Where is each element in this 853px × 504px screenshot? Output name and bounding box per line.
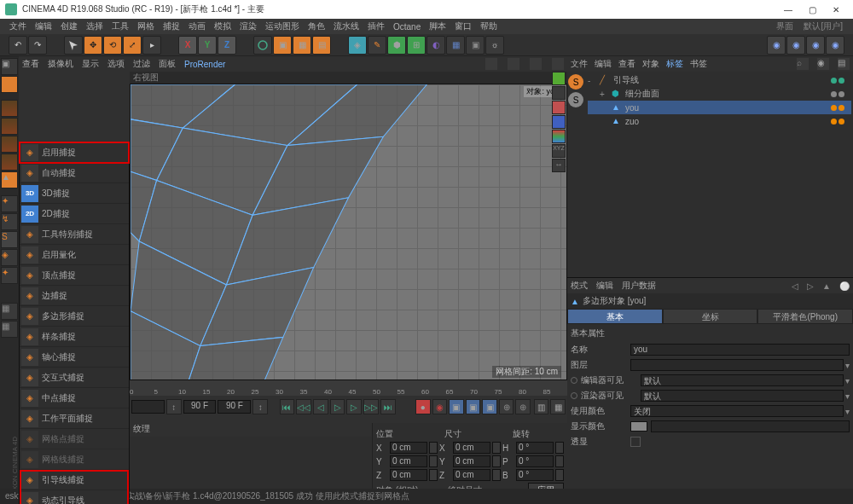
coord-pos-input[interactable]: 0 cm bbox=[390, 455, 427, 467]
menu-插件[interactable]: 插件 bbox=[363, 20, 389, 32]
attr-value-input[interactable] bbox=[630, 359, 844, 371]
attr-back-icon[interactable]: ◁ bbox=[792, 281, 798, 291]
environment-button[interactable]: ▦ bbox=[446, 36, 465, 55]
octane-btn4[interactable]: ◉ bbox=[826, 36, 844, 55]
attr-value-input[interactable]: 关闭 bbox=[630, 405, 844, 417]
attr-subtab[interactable]: 平滑着色(Phong) bbox=[757, 309, 853, 324]
attr-lock-icon[interactable]: ⚪ bbox=[839, 281, 850, 291]
autokey-button[interactable]: ◉ bbox=[432, 399, 448, 414]
tree-row[interactable]: -╱引导线 bbox=[588, 73, 851, 87]
menu-模拟[interactable]: 模拟 bbox=[210, 20, 235, 32]
prev-key-button[interactable]: ◁◁ bbox=[296, 399, 311, 414]
redo-button[interactable]: ↷ bbox=[28, 36, 47, 55]
enable-axis-button[interactable]: ✦ bbox=[1, 195, 18, 212]
y-axis-lock[interactable]: Y bbox=[198, 36, 217, 55]
tree-row[interactable]: ▲you bbox=[588, 101, 851, 114]
tree-vis-dots[interactable] bbox=[831, 119, 844, 125]
snap-workplane[interactable]: ◈工作平面捕捉 bbox=[20, 408, 129, 429]
snap-midpoint[interactable]: ◈中点捕捉 bbox=[20, 388, 129, 408]
make-editable-button[interactable]: ▣ bbox=[1, 58, 18, 75]
move-tool[interactable]: ✥ bbox=[84, 36, 102, 55]
generator-button[interactable]: ⬢ bbox=[387, 36, 406, 55]
snap-magnet[interactable]: ◈启用捕捉 bbox=[20, 142, 129, 163]
attr-subtab[interactable]: 坐标 bbox=[663, 309, 758, 324]
x-axis-lock[interactable]: X bbox=[178, 36, 197, 55]
uv-mode-button[interactable]: ▦ bbox=[1, 321, 18, 338]
snap-quantize[interactable]: ◈启用量化 bbox=[20, 245, 129, 265]
menu-帮助[interactable]: 帮助 bbox=[476, 20, 502, 32]
vp-panel-icon[interactable] bbox=[485, 58, 497, 70]
menu-文件[interactable]: 文件 bbox=[5, 20, 31, 32]
attr-tab[interactable]: 用户数据 bbox=[622, 280, 656, 292]
object-mode-button[interactable] bbox=[1, 100, 18, 117]
coord-spin[interactable] bbox=[555, 442, 564, 454]
tree-row[interactable]: ▲zuo bbox=[588, 114, 851, 128]
z-axis-lock[interactable]: Z bbox=[218, 36, 236, 55]
attr-up-icon[interactable]: ▲ bbox=[822, 281, 831, 291]
planar-workplane-button[interactable]: ✦ bbox=[1, 267, 18, 284]
key-rot-button[interactable]: ▣ bbox=[482, 399, 497, 414]
attr-fwd-icon[interactable]: ▷ bbox=[807, 281, 814, 291]
material-tab[interactable]: 纹理 bbox=[130, 423, 372, 437]
snap-3d[interactable]: 3D3D捕捉 bbox=[20, 183, 129, 204]
vp-move-icon[interactable] bbox=[552, 72, 566, 85]
locked-workplane-button[interactable]: ◈ bbox=[1, 249, 18, 266]
octane-btn3[interactable]: ◉ bbox=[806, 36, 825, 55]
menu-Octane[interactable]: Octane bbox=[389, 22, 425, 32]
octane-btn1[interactable]: ◉ bbox=[767, 36, 786, 55]
workplane-button[interactable]: S bbox=[1, 231, 18, 248]
obj-tab[interactable]: 标签 bbox=[666, 58, 683, 70]
key-pos-button[interactable]: ▣ bbox=[449, 399, 464, 414]
menu-流水线[interactable]: 流水线 bbox=[329, 20, 363, 32]
menu-right[interactable]: 界面 bbox=[771, 20, 798, 32]
tree-expand-icon[interactable]: - bbox=[588, 76, 596, 85]
viewport-tab[interactable]: 查看 bbox=[22, 58, 39, 70]
close-button[interactable]: ✕ bbox=[824, 5, 848, 14]
vp-axis-toggle-icon[interactable]: XYZ bbox=[552, 144, 566, 158]
snap-tool[interactable]: ◈工具特别捕捉 bbox=[20, 224, 129, 245]
dropdown-icon[interactable]: ▾ bbox=[845, 361, 850, 370]
menu-渲染[interactable]: 渲染 bbox=[235, 20, 261, 32]
snap-polygon[interactable]: ◈多边形捕捉 bbox=[20, 306, 129, 327]
coord-system-button[interactable] bbox=[253, 36, 272, 55]
snap-gridpoint[interactable]: ◈网格点捕捉 bbox=[20, 429, 129, 449]
play-button[interactable]: ▷ bbox=[330, 399, 345, 414]
object-tree[interactable]: -╱引导线+⬢细分曲面▲you▲zuo bbox=[586, 72, 853, 277]
obj-search-icon[interactable]: ⌕ bbox=[797, 58, 809, 70]
menu-捕捉[interactable]: 捕捉 bbox=[159, 20, 184, 32]
select-tool[interactable] bbox=[64, 36, 83, 55]
coord-spin[interactable] bbox=[429, 469, 438, 481]
timeline-start-input[interactable] bbox=[131, 400, 165, 414]
snap-toggle-button[interactable]: ↯ bbox=[1, 213, 18, 230]
vp-panel-icon4[interactable] bbox=[552, 58, 564, 70]
attr-tab[interactable]: 模式 bbox=[571, 280, 588, 292]
menu-创建[interactable]: 创建 bbox=[56, 20, 82, 32]
coord-pos-input[interactable]: 0 cm bbox=[390, 469, 427, 481]
timeline-extra1[interactable]: ▥ bbox=[534, 399, 549, 414]
point-mode-button[interactable] bbox=[1, 136, 18, 153]
spline-button[interactable]: ✎ bbox=[368, 36, 386, 55]
timeline-end-spin[interactable]: ↕ bbox=[252, 399, 268, 414]
obj-tab[interactable]: 文件 bbox=[571, 58, 588, 70]
timeline-end-input[interactable]: 90 F bbox=[183, 400, 217, 414]
viewport-tab[interactable]: 面板 bbox=[159, 58, 176, 70]
axis-mode-button[interactable] bbox=[1, 118, 18, 135]
minimize-button[interactable]: — bbox=[776, 5, 800, 14]
coord-size-input[interactable]: 0 cm bbox=[453, 442, 490, 454]
attr-value[interactable] bbox=[651, 420, 850, 432]
obj-tab[interactable]: 书签 bbox=[690, 58, 707, 70]
coord-spin[interactable] bbox=[492, 469, 501, 481]
timeline-end2-input[interactable]: 90 F bbox=[218, 400, 251, 414]
obj-tab[interactable]: 对象 bbox=[642, 58, 659, 70]
prev-frame-button[interactable]: ◁ bbox=[313, 399, 328, 414]
obj-view-icon[interactable]: ▤ bbox=[838, 58, 850, 70]
coord-rot-input[interactable]: 0 ° bbox=[516, 442, 554, 454]
coord-spin[interactable] bbox=[492, 442, 501, 454]
menu-窗口[interactable]: 窗口 bbox=[450, 20, 476, 32]
snap-spline[interactable]: ◈样条捕捉 bbox=[20, 327, 129, 347]
attr-subtab[interactable]: 基本 bbox=[567, 309, 663, 324]
tree-expand-icon[interactable]: + bbox=[600, 90, 608, 99]
recent-tool[interactable]: ▸ bbox=[142, 36, 161, 55]
camera-button[interactable]: ▣ bbox=[466, 36, 485, 55]
attr-radio-icon[interactable] bbox=[571, 392, 577, 399]
